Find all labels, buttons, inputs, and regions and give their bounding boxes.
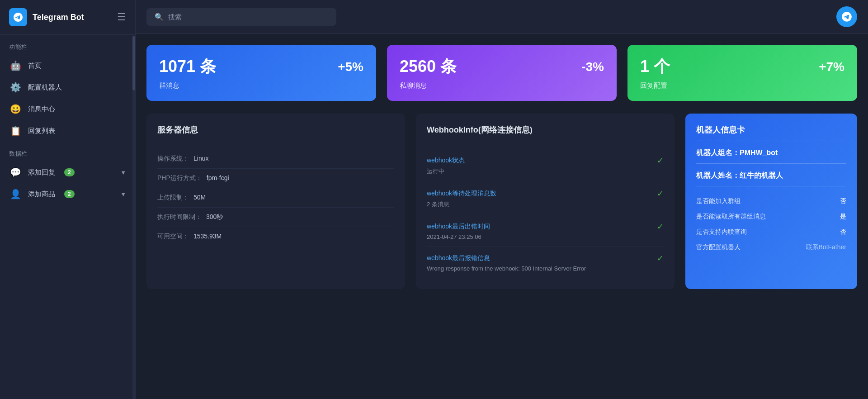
- add-reply-chevron: ▼: [120, 169, 126, 176]
- server-info-exec-time: 执行时间限制： 300秒: [157, 208, 394, 227]
- webhook-error-time-title: webhook最后出错时间: [427, 223, 490, 231]
- stat-number-0: 1071 条: [159, 56, 216, 78]
- reply-list-icon: 📋: [9, 125, 22, 136]
- main-area: 🔍 1071 条 +5% 群消息 2560 条: [136, 0, 868, 399]
- robot-prop-label-2: 是否支持内联查询: [696, 228, 747, 236]
- stat-number-2: 1 个: [640, 56, 670, 78]
- sidebar-logo: Telegram Bot: [9, 8, 84, 26]
- webhook-item-pending: webhook等待处理消息数 ✓ 2 条消息: [427, 182, 664, 215]
- webhook-status-value: 运行中: [427, 167, 664, 176]
- server-os-label: 操作系统：: [157, 155, 189, 163]
- robot-prop-value-0: 否: [840, 197, 846, 205]
- server-info-upload: 上传限制： 50M: [157, 188, 394, 208]
- robot-group-name-label: 机器人组名：: [696, 149, 740, 157]
- server-info-space: 可用空间： 1535.93M: [157, 227, 394, 246]
- webhook-error-time-value: 2021-04-27 23:25:06: [427, 233, 664, 240]
- server-php-value: fpm-fcgi: [207, 174, 229, 181]
- sidebar-item-add-reply[interactable]: 💬 添加回复 2 ▼: [0, 162, 135, 183]
- server-space-value: 1535.93M: [193, 233, 222, 240]
- sidebar-scrollbar-thumb[interactable]: [132, 36, 135, 90]
- webhook-status-check: ✓: [657, 156, 664, 166]
- stat-card-reply-config: 1 个 +7% 回复配置: [627, 45, 857, 101]
- stat-label-2: 回复配置: [640, 81, 844, 90]
- sidebar-item-config-bot[interactable]: ⚙️ 配置机器人: [0, 76, 135, 98]
- webhook-error-time-header: webhook最后出错时间 ✓: [427, 222, 664, 232]
- topbar-right: [836, 6, 857, 27]
- server-info-php: PHP运行方式： fpm-fcgi: [157, 169, 394, 188]
- sidebar-item-reply-list[interactable]: 📋 回复列表: [0, 120, 135, 142]
- webhook-error-msg-check: ✓: [657, 253, 664, 263]
- robot-prop-3: 官方配置机器人 联系BotFather: [696, 240, 846, 255]
- topbar: 🔍: [136, 0, 868, 34]
- stat-card-top-0: 1071 条 +5%: [159, 56, 363, 78]
- topbar-telegram-icon: [836, 6, 857, 27]
- logo-icon: [9, 8, 27, 26]
- server-space-label: 可用空间：: [157, 233, 189, 241]
- sidebar-header: Telegram Bot ☰: [0, 0, 135, 35]
- robot-bot-name-value: 红牛的机器人: [740, 171, 783, 179]
- config-icon: ⚙️: [9, 82, 22, 93]
- sidebar-item-home[interactable]: 🤖 首页: [0, 55, 135, 76]
- server-exec-value: 300秒: [206, 213, 223, 221]
- robot-bot-name: 机器人姓名：红牛的机器人: [696, 171, 846, 186]
- search-box[interactable]: 🔍: [146, 8, 336, 26]
- sidebar-scrollbar-track: [132, 36, 135, 399]
- webhook-error-msg-header: webhook最后报错信息 ✓: [427, 253, 664, 263]
- search-input[interactable]: [168, 13, 328, 21]
- robot-bot-name-label: 机器人姓名：: [696, 171, 740, 179]
- sidebar-item-reply-label: 回复列表: [28, 127, 55, 135]
- webhook-info-panel: WebhookInfo(网络连接信息) webhook状态 ✓ 运行中 webh…: [416, 114, 675, 289]
- server-os-value: Linux: [193, 155, 208, 162]
- add-product-chevron: ▼: [120, 191, 126, 198]
- webhook-pending-check: ✓: [657, 189, 664, 199]
- server-upload-label: 上传限制：: [157, 194, 189, 202]
- stat-card-private-messages: 2560 条 -3% 私聊消息: [387, 45, 617, 101]
- robot-prop-0: 是否能加入群组 否: [696, 194, 846, 209]
- server-info-os: 操作系统： Linux: [157, 149, 394, 169]
- webhook-status-header: webhook状态 ✓: [427, 156, 664, 166]
- robot-prop-value-1: 是: [840, 213, 846, 221]
- sidebar: Telegram Bot ☰ 功能栏 🤖 首页 ⚙️ 配置机器人 😀 消息中心 …: [0, 0, 136, 399]
- webhook-status-title: webhook状态: [427, 157, 465, 165]
- webhook-info-title: WebhookInfo(网络连接信息): [427, 124, 664, 141]
- info-row: 服务器信息 操作系统： Linux PHP运行方式： fpm-fcgi 上传限制…: [146, 114, 857, 289]
- robot-group-name-value: PMHW_bot: [740, 149, 778, 157]
- stats-row: 1071 条 +5% 群消息 2560 条 -3% 私聊消息 1 个 +7% 回…: [146, 45, 857, 101]
- robot-info-card: 机器人信息卡 机器人组名：PMHW_bot 机器人姓名：红牛的机器人 是否能加入…: [685, 114, 857, 289]
- sidebar-item-add-product[interactable]: 👤 添加商品 2 ▼: [0, 183, 135, 205]
- sidebar-item-message-center[interactable]: 😀 消息中心: [0, 98, 135, 120]
- stat-card-group-messages: 1071 条 +5% 群消息: [146, 45, 376, 101]
- robot-prop-label-1: 是否能读取所有群组消息: [696, 213, 766, 221]
- robot-prop-value-2: 否: [840, 228, 846, 236]
- webhook-item-last-error-msg: webhook最后报错信息 ✓ Wrong response from the …: [427, 247, 664, 278]
- robot-prop-link-3[interactable]: 联系BotFather: [806, 243, 846, 252]
- add-product-badge: 2: [64, 190, 75, 198]
- server-info-panel: 服务器信息 操作系统： Linux PHP运行方式： fpm-fcgi 上传限制…: [146, 114, 405, 289]
- stat-change-2: +7%: [819, 60, 844, 74]
- home-icon: 🤖: [9, 60, 22, 71]
- add-reply-badge: 2: [64, 168, 75, 176]
- dashboard: 1071 条 +5% 群消息 2560 条 -3% 私聊消息 1 个 +7% 回…: [136, 34, 868, 399]
- stat-card-top-1: 2560 条 -3%: [400, 56, 604, 78]
- webhook-error-msg-title: webhook最后报错信息: [427, 254, 490, 262]
- robot-prop-2: 是否支持内联查询 否: [696, 224, 846, 240]
- sidebar-item-message-label: 消息中心: [28, 105, 55, 114]
- stat-label-0: 群消息: [159, 81, 363, 90]
- stat-change-1: -3%: [581, 60, 604, 74]
- sidebar-item-config-label: 配置机器人: [28, 83, 62, 92]
- sidebar-item-add-reply-label: 添加回复: [28, 168, 55, 177]
- server-exec-label: 执行时间限制：: [157, 213, 202, 221]
- robot-prop-1: 是否能读取所有群组消息 是: [696, 209, 846, 224]
- stat-label-1: 私聊消息: [400, 81, 604, 90]
- robot-group-name: 机器人组名：PMHW_bot: [696, 148, 846, 164]
- stat-number-1: 2560 条: [400, 56, 457, 78]
- webhook-pending-header: webhook等待处理消息数 ✓: [427, 189, 664, 199]
- webhook-pending-title: webhook等待处理消息数: [427, 190, 496, 198]
- stat-change-0: +5%: [338, 60, 363, 74]
- hamburger-menu[interactable]: ☰: [117, 11, 126, 23]
- message-icon: 😀: [9, 104, 22, 114]
- add-reply-icon: 💬: [9, 167, 22, 178]
- webhook-pending-value: 2 条消息: [427, 200, 664, 209]
- server-upload-value: 50M: [193, 194, 206, 201]
- stat-card-top-2: 1 个 +7%: [640, 56, 844, 78]
